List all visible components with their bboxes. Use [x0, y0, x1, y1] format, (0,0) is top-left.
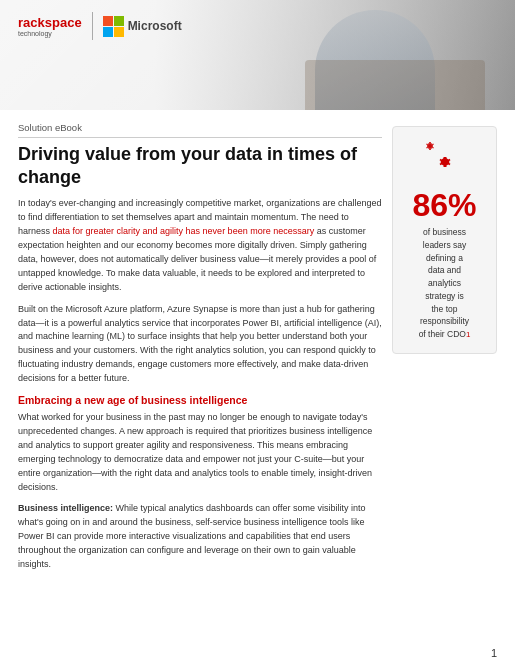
page-title: Driving value from your data in times of…: [18, 143, 382, 188]
rackspace-logo: rackspace technology: [18, 15, 82, 37]
header-banner: rackspace technology Microsoft: [0, 0, 515, 110]
intro-highlight: data for greater clarity and agility has…: [53, 226, 315, 236]
logo-area: rackspace technology Microsoft: [18, 12, 182, 40]
page-number: 1: [491, 647, 497, 659]
left-column: Solution eBook Driving value from your d…: [18, 122, 382, 579]
stat-line-9: of their CDO: [419, 329, 466, 339]
section-paragraph-1: What worked for your business in the pas…: [18, 411, 382, 495]
ms-square-blue: [103, 27, 113, 37]
stat-percent: 86%: [401, 189, 488, 221]
main-content: Solution eBook Driving value from your d…: [0, 110, 515, 579]
bi-paragraph: Business intelligence: While typical ana…: [18, 502, 382, 572]
stat-line-8: responsibility: [420, 316, 469, 326]
stat-line-1: of business: [423, 227, 466, 237]
section-heading: Embracing a new age of business intellig…: [18, 394, 382, 406]
microsoft-logo: Microsoft: [103, 16, 182, 37]
stat-line-3: defining a: [426, 253, 463, 263]
ms-square-red: [103, 16, 113, 26]
gear-icon-container: [401, 139, 488, 183]
solution-ebook-label: Solution eBook: [18, 122, 382, 138]
intro-paragraph-2: Built on the Microsoft Azure platform, A…: [18, 303, 382, 387]
right-sidebar: 86% of business leaders say defining a d…: [392, 122, 497, 579]
stat-line-6: strategy is: [425, 291, 464, 301]
logo-divider: [92, 12, 93, 40]
stat-line-2: leaders say: [423, 240, 466, 250]
stat-description: of business leaders say defining a data …: [401, 226, 488, 341]
ms-square-green: [114, 16, 124, 26]
header-desk-image: [305, 60, 485, 110]
stat-line-4: data and: [428, 265, 461, 275]
gear-icon: [423, 139, 467, 183]
stat-footnote: 1: [466, 330, 470, 339]
ms-squares-icon: [103, 16, 124, 37]
intro-paragraph-1: In today's ever-changing and increasingl…: [18, 197, 382, 295]
ms-square-yellow: [114, 27, 124, 37]
stat-box: 86% of business leaders say defining a d…: [392, 126, 497, 354]
stat-line-5: analytics: [428, 278, 461, 288]
bi-label: Business intelligence:: [18, 503, 113, 513]
stat-line-7: the top: [432, 304, 458, 314]
